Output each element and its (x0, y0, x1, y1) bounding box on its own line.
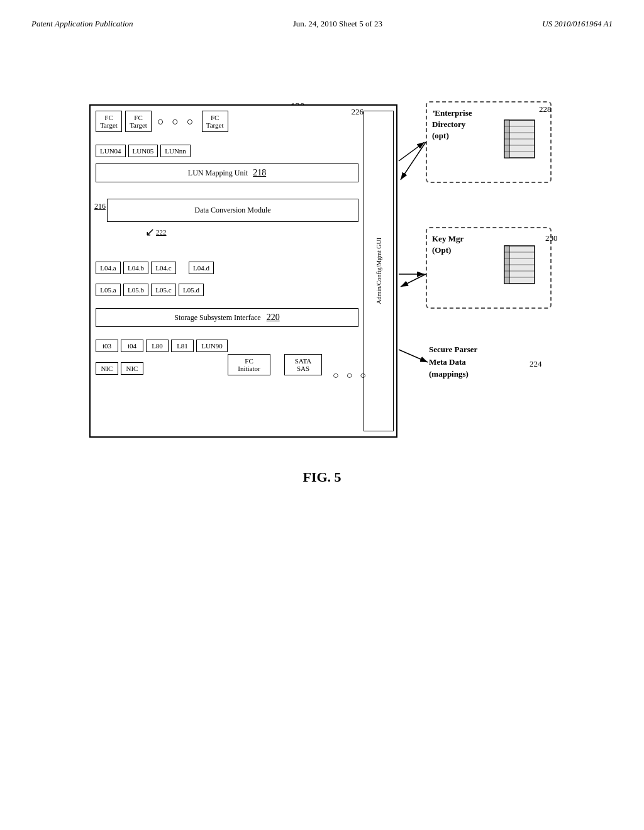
nic1: NIC (96, 362, 118, 375)
key-mgr-label: Key Mgr(Opt) (432, 233, 464, 256)
ssa-box: FCTarget FCTarget ○ ○ ○ FCTarget LUN04 L… (89, 104, 397, 438)
l80: L80 (146, 340, 169, 352)
admin-bar: Admin/Config/Mgmt GUI (364, 111, 394, 431)
num-228: 228 (539, 104, 552, 114)
num-222: 222 (156, 228, 167, 236)
l04-row: L04.a L04.b L04.c L04.d (96, 262, 214, 274)
io-row: i03 i04 L80 L81 LUN90 (96, 340, 228, 352)
l05a: L05.a (96, 284, 121, 296)
lun-mapping-unit: LUN Mapping Unit 218 (96, 163, 358, 182)
num-220: 220 (267, 313, 280, 322)
num-226: 226 (352, 107, 364, 117)
num-216: 216 (94, 202, 106, 211)
lun-row: LUN04 LUN05 LUNnn (96, 145, 191, 157)
l04b: L04.b (123, 262, 148, 274)
l04d: L04.d (189, 262, 214, 274)
header-publication: Patent Application Publication (31, 19, 133, 29)
fc-target-2: FCTarget (125, 111, 152, 132)
nic2: NIC (121, 362, 143, 375)
io3: i03 (96, 340, 118, 352)
book-icon-km (501, 243, 539, 287)
enterprise-directory-label: ’EnterpriseDirectory(opt) (432, 108, 472, 142)
l05c: L05.c (151, 284, 176, 296)
fc-targets-row: FCTarget FCTarget ○ ○ ○ FCTarget (96, 111, 228, 132)
num-218: 218 (253, 168, 266, 177)
fc-target-1: FCTarget (96, 111, 122, 132)
svg-line-18 (401, 142, 426, 180)
sata-sas-box: SATASAS (284, 354, 322, 375)
l05d: L05.d (179, 284, 204, 296)
header-patent-num: US 2010/0161964 A1 (542, 19, 613, 29)
lun90: LUN90 (196, 340, 228, 352)
l05-row: L05.a L05.b L05.c L05.d (96, 284, 204, 296)
fc-target-n: FCTarget (202, 111, 228, 132)
ssi-box: Storage Subsystem Interface 220 (96, 308, 358, 327)
lun04: LUN04 (96, 145, 126, 157)
l04a: L04.a (96, 262, 121, 274)
fc-dots: ○ ○ ○ (157, 115, 196, 128)
svg-line-19 (401, 274, 426, 287)
nic-row: NIC NIC (96, 362, 143, 375)
lun-mapping-label: LUN Mapping Unit (188, 169, 248, 177)
page-header: Patent Application Publication Jun. 24, … (31, 19, 613, 29)
io4: i04 (121, 340, 143, 352)
lun05: LUN05 (128, 145, 158, 157)
dcm-box: Data Conversion Module ↙ 222 (107, 199, 358, 222)
l04c: L04.c (151, 262, 176, 274)
secure-parser-label: Secure ParserMeta Data(mappings) (429, 343, 477, 380)
l81: L81 (171, 340, 194, 352)
ed-bold: EnterpriseDirectory(opt) (432, 108, 472, 140)
svg-line-15 (399, 142, 425, 161)
arrow-222-label: ↙ 222 (145, 225, 167, 239)
lunnn: LUNnn (160, 145, 191, 157)
ssi-label: Storage Subsystem Interface (174, 313, 260, 322)
num-230: 230 (545, 233, 558, 243)
figure-label: FIG. 5 (31, 469, 613, 485)
dcm-label: Data Conversion Module (194, 206, 270, 214)
num-224: 224 (530, 359, 542, 369)
l05b: L05.b (123, 284, 148, 296)
admin-label: Admin/Config/Mgmt GUI (375, 238, 383, 304)
header-date-sheet: Jun. 24, 2010 Sheet 5 of 23 (293, 19, 382, 29)
svg-line-17 (399, 350, 428, 362)
fc-initiator-box: FCInitiator (228, 354, 270, 375)
diagram-area: Secure Storage Appliance 120 FCTarget FC… (77, 67, 567, 444)
book-icon-ed (501, 117, 539, 161)
